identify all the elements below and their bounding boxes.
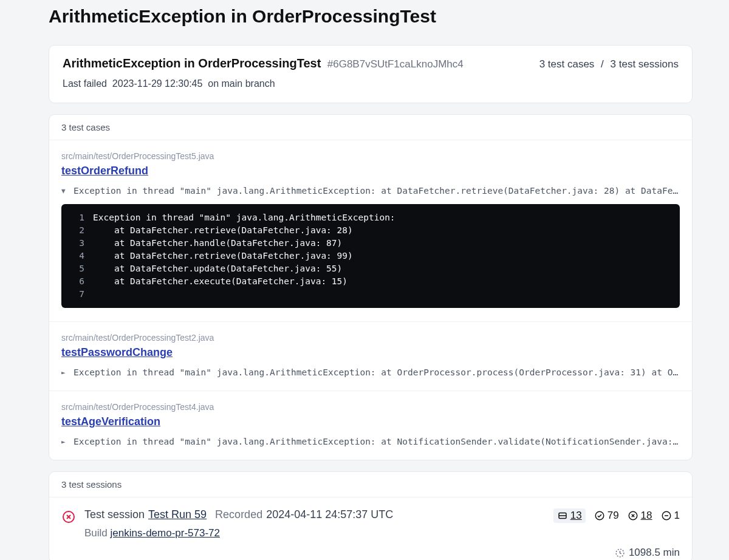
last-failed-time: 2023-11-29 12:30:45	[112, 78, 203, 89]
stat-skipped: 1	[661, 510, 680, 522]
test-case-link[interactable]: testAgeVerification	[61, 415, 160, 428]
code-line-number: 3	[71, 237, 84, 250]
summary-sep: /	[601, 58, 604, 70]
session-duration: 1098.5 min	[49, 547, 692, 560]
stat-flaky[interactable]: 13	[553, 508, 586, 523]
disclosure-right-icon[interactable]: ►	[61, 438, 69, 446]
svg-point-2	[595, 511, 604, 520]
test-sessions-header: 3 test sessions	[49, 472, 692, 497]
test-case-path: src/main/test/OrderProcessingTest4.java	[61, 402, 680, 412]
session-stats: 13 79 18 1	[553, 508, 680, 523]
stat-passed-value: 79	[608, 510, 619, 522]
test-case-link[interactable]: testOrderRefund	[61, 165, 148, 177]
session-label: Test session	[84, 508, 145, 521]
stat-flaky-value: 13	[570, 510, 582, 522]
code-line-number: 6	[71, 275, 84, 288]
summary-last-failed: Last failed 2023-11-29 12:30:45 on main …	[63, 78, 679, 89]
test-case-block: src/main/test/OrderProcessingTest5.javat…	[49, 140, 692, 322]
test-case-block: src/main/test/OrderProcessingTest4.javat…	[49, 391, 692, 460]
build-label: Build	[84, 527, 108, 539]
session-duration-value: 1098.5 min	[629, 547, 680, 559]
code-line-text: at DataFetcher.handle(DataFetcher.java: …	[93, 237, 342, 250]
code-line-number: 7	[71, 288, 84, 301]
test-session-row: Test session Test Run 59 Recorded 2024-0…	[49, 497, 692, 560]
test-case-path: src/main/test/OrderProcessingTest2.java	[61, 333, 680, 343]
summary-card: ArithmeticException in OrderProcessingTe…	[49, 45, 693, 103]
exception-summary-text: Exception in thread "main" java.lang.Ari…	[74, 186, 680, 196]
recorded-time: 2024-04-11 24:57:37 UTC	[266, 508, 393, 521]
exception-summary-row[interactable]: ►Exception in thread "main" java.lang.Ar…	[61, 437, 680, 446]
code-line-number: 1	[71, 211, 84, 224]
disclosure-right-icon[interactable]: ►	[61, 369, 69, 377]
test-case-link[interactable]: testPasswordChange	[61, 346, 173, 359]
code-line-number: 4	[71, 250, 84, 262]
page-title: ArithmeticException in OrderProcessingTe…	[49, 6, 717, 27]
code-line-text: at DataFetcher.retrieve(DataFetcher.java…	[93, 250, 353, 262]
build-link[interactable]: jenkins-demo-pr-573-72	[111, 527, 220, 539]
exception-summary-row[interactable]: ►Exception in thread "main" java.lang.Ar…	[61, 367, 680, 377]
stat-passed: 79	[594, 510, 619, 522]
test-cases-card: 3 test cases src/main/test/OrderProcessi…	[49, 114, 693, 460]
summary-title: ArithmeticException in OrderProcessingTe…	[63, 56, 321, 70]
last-failed-label: Last failed	[63, 78, 107, 89]
session-name-link[interactable]: Test Run 59	[148, 508, 207, 521]
stat-skipped-value: 1	[674, 510, 680, 522]
exception-summary-text: Exception in thread "main" java.lang.Ari…	[74, 437, 680, 446]
test-sessions-card: 3 test sessions Test session Test Run 59…	[49, 471, 693, 560]
stack-trace-code: 1Exception in thread "main" java.lang.Ar…	[61, 204, 680, 308]
test-case-block: src/main/test/OrderProcessingTest2.javat…	[49, 322, 692, 391]
status-fail-icon	[61, 510, 76, 524]
code-line-text: Exception in thread "main" java.lang.Ari…	[93, 211, 395, 224]
stat-failed[interactable]: 18	[628, 510, 652, 522]
code-line-text: at DataFetcher.update(DataFetcher.java: …	[93, 262, 342, 275]
code-line-text: at DataFetcher.retrieve(DataFetcher.java…	[93, 224, 353, 237]
summary-hash: #6G8B7vSUtF1caLknoJMhc4	[327, 58, 464, 70]
recorded-label: Recorded	[215, 508, 262, 521]
summary-counts: 3 test cases / 3 test sessions	[539, 58, 679, 70]
test-cases-header: 3 test cases	[49, 115, 692, 140]
code-line-number: 5	[71, 262, 84, 275]
test-case-path: src/main/test/OrderProcessingTest5.java	[61, 151, 680, 161]
exception-summary-text: Exception in thread "main" java.lang.Ari…	[74, 367, 680, 377]
summary-cases-count: 3 test cases	[539, 58, 595, 70]
summary-sessions-count: 3 test sessions	[611, 58, 679, 70]
last-failed-branch: on main branch	[208, 78, 275, 89]
disclosure-down-icon[interactable]: ▼	[61, 187, 69, 195]
code-line-number: 2	[71, 224, 84, 237]
code-line-text: at DataFetcher.execute(DataFetcher.java:…	[93, 275, 347, 288]
stat-failed-value: 18	[641, 510, 652, 522]
exception-summary-row[interactable]: ▼Exception in thread "main" java.lang.Ar…	[61, 186, 680, 196]
